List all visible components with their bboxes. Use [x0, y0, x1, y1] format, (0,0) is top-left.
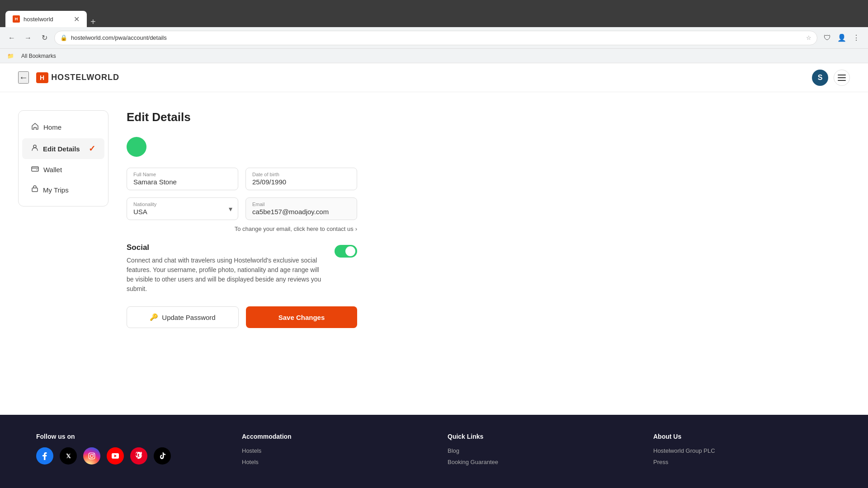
sidebar-item-my-trips[interactable]: My Trips [22, 180, 104, 200]
email-field: Email [245, 197, 357, 220]
dob-label: Date of birth [252, 172, 350, 177]
site-header: ← H HOSTELWORLD S [0, 63, 868, 92]
active-tab[interactable]: H hostelworld ✕ [5, 11, 87, 27]
logo: H HOSTELWORLD [36, 72, 119, 83]
tab-title: hostelworld [24, 16, 53, 23]
address-bar[interactable]: 🔒 hostelworld.com/pwa/account/details ☆ [54, 31, 817, 45]
save-changes-button[interactable]: Save Changes [246, 306, 357, 328]
browser-tabs: H hostelworld ✕ + [5, 0, 99, 27]
svg-rect-7 [89, 453, 94, 459]
blog-link[interactable]: Blog [448, 447, 626, 454]
key-icon: 🔑 [150, 313, 158, 321]
sidebar-item-edit-details-label: Edit Details [43, 145, 80, 153]
new-tab-button[interactable]: + [87, 17, 99, 27]
toolbar-actions: 🛡 👤 ⋮ [821, 32, 863, 44]
hotels-link[interactable]: Hotels [242, 459, 420, 465]
svg-rect-2 [838, 80, 846, 81]
home-icon [31, 122, 39, 132]
social-title: Social [127, 243, 327, 252]
edit-section: Edit Details Full Name Date of birth Nat… [127, 110, 850, 397]
lock-icon: 🔒 [60, 34, 67, 41]
logo-box-text: H [40, 74, 45, 81]
quick-links-title: Quick Links [448, 433, 626, 440]
page: ← H HOSTELWORLD S [0, 63, 868, 488]
button-row: 🔑 Update Password Save Changes [127, 306, 357, 328]
sidebar-item-wallet-label: Wallet [43, 166, 62, 174]
logo-box: H [36, 72, 48, 83]
hostels-link[interactable]: Hostels [242, 447, 420, 454]
svg-rect-1 [838, 77, 846, 78]
social-section: Social Connect and chat with travelers u… [127, 243, 357, 294]
footer-quick-links-col: Quick Links Blog Booking Guarantee [448, 433, 626, 470]
logo-text: HOSTELWORLD [51, 73, 119, 82]
tab-close-button[interactable]: ✕ [74, 15, 80, 23]
facebook-icon[interactable] [36, 447, 53, 465]
sidebar-item-home-label: Home [43, 123, 61, 131]
social-text: Social Connect and chat with travelers u… [127, 243, 327, 294]
hostelworld-group-link[interactable]: Hostelworld Group PLC [653, 447, 832, 454]
full-name-field: Full Name [127, 168, 238, 190]
all-bookmarks-link[interactable]: All Bookmarks [21, 53, 56, 59]
avatar[interactable] [127, 137, 146, 157]
svg-rect-6 [32, 188, 38, 192]
wallet-icon [31, 165, 39, 174]
page-title: Edit Details [127, 110, 850, 124]
form-row-2: Nationality USA UK Canada Australia ▾ Em… [127, 197, 357, 220]
tiktok-icon[interactable] [154, 447, 171, 465]
shield-icon[interactable]: 🛡 [821, 32, 834, 44]
svg-point-5 [37, 169, 38, 170]
hamburger-menu-icon[interactable] [834, 70, 850, 86]
svg-point-9 [93, 454, 94, 455]
full-name-label: Full Name [133, 172, 231, 177]
dob-field: Date of birth [245, 168, 357, 190]
browser-chrome: H hostelworld ✕ + [0, 0, 868, 27]
social-row: Social Connect and chat with travelers u… [127, 243, 357, 294]
email-label: Email [252, 202, 350, 207]
nationality-label: Nationality [127, 198, 238, 207]
sidebar-item-edit-details[interactable]: Edit Details ✓ [22, 138, 104, 159]
social-description: Connect and chat with travelers using Ho… [127, 256, 327, 294]
bookmark-star-icon[interactable]: ☆ [806, 34, 811, 41]
user-icon [31, 144, 38, 153]
main-content: Home Edit Details ✓ Wallet My Trips [0, 92, 868, 415]
tab-favicon: H [13, 15, 20, 23]
reload-button[interactable]: ↻ [38, 32, 51, 44]
forward-button[interactable]: → [22, 32, 34, 44]
svg-rect-4 [32, 167, 38, 171]
email-change-section: To change your email, click here to cont… [127, 223, 357, 232]
social-toggle[interactable] [335, 245, 357, 258]
email-change-link[interactable]: To change your email, click here to cont… [235, 225, 357, 232]
header-right: S [812, 70, 850, 86]
profile-icon[interactable]: 👤 [835, 32, 848, 44]
browser-toolbar: ← → ↻ 🔒 hostelworld.com/pwa/account/deta… [0, 27, 868, 49]
social-icons-row: 𝕏 [36, 447, 215, 465]
sidebar: Home Edit Details ✓ Wallet My Trips [18, 110, 108, 206]
instagram-icon[interactable] [83, 447, 100, 465]
back-button[interactable]: ← [5, 32, 18, 44]
sidebar-item-home[interactable]: Home [22, 117, 104, 137]
svg-rect-0 [838, 75, 846, 75]
twitter-x-icon[interactable]: 𝕏 [60, 447, 77, 465]
youtube-icon[interactable] [107, 447, 124, 465]
about-title: About Us [653, 433, 832, 440]
booking-guarantee-link[interactable]: Booking Guarantee [448, 459, 626, 465]
follow-us-title: Follow us on [36, 433, 215, 440]
form-row-1: Full Name Date of birth [127, 168, 357, 190]
update-password-button[interactable]: 🔑 Update Password [127, 306, 239, 328]
full-name-input[interactable] [133, 178, 231, 186]
email-input [252, 208, 350, 216]
arrow-right-icon: › [355, 225, 357, 232]
pinterest-icon[interactable] [130, 447, 147, 465]
user-avatar[interactable]: S [812, 70, 828, 86]
bookmarks-folder-icon: 📁 [7, 53, 14, 59]
menu-button[interactable]: ⋮ [850, 32, 863, 44]
update-password-label: Update Password [162, 314, 215, 321]
header-back-button[interactable]: ← [18, 71, 29, 84]
footer-about-col: About Us Hostelworld Group PLC Press [653, 433, 832, 470]
site-footer: Follow us on 𝕏 [0, 415, 868, 488]
press-link[interactable]: Press [653, 459, 832, 465]
sidebar-item-wallet[interactable]: Wallet [22, 160, 104, 179]
nationality-select[interactable]: USA UK Canada Australia [127, 207, 238, 219]
dob-input[interactable] [252, 178, 350, 186]
footer-accommodation-col: Accommodation Hostels Hotels [242, 433, 420, 470]
